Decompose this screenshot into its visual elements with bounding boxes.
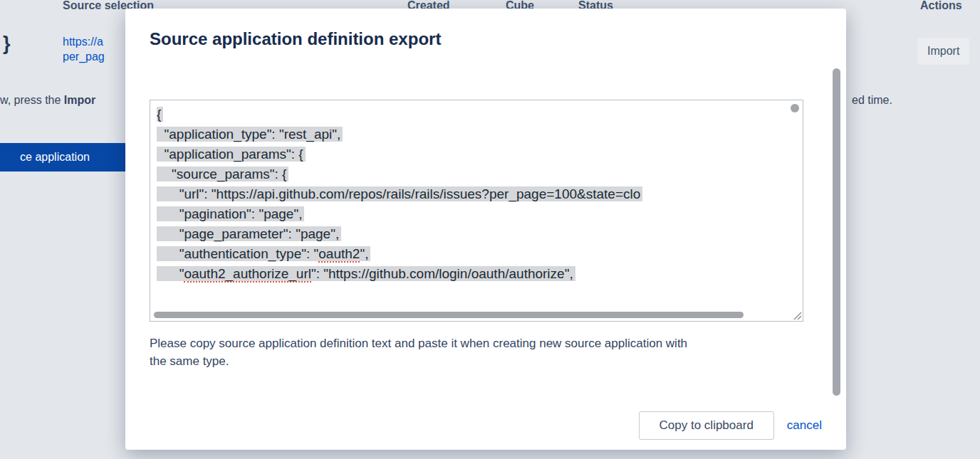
hint-text-right: ed time. [852, 94, 892, 107]
hint-text-left-bold: Impor [64, 94, 95, 106]
modal-footer: Copy to clipboard cancel [639, 411, 822, 440]
source-url-line2: per_pag [63, 49, 105, 64]
import-button[interactable]: Import [917, 38, 969, 65]
column-header-actions: Actions [920, 0, 962, 11]
copy-to-clipboard-button[interactable]: Copy to clipboard [639, 411, 774, 440]
hint-text-left: w, press the Impor [0, 94, 95, 107]
textarea-vertical-scrollbar[interactable] [791, 104, 799, 112]
textarea-horizontal-scrollbar[interactable] [154, 312, 744, 318]
hint-text-left-normal: w, press the [0, 94, 64, 106]
modal-help-text: Please copy source application definitio… [150, 334, 705, 370]
definition-textarea[interactable]: { "application_type": "rest_api", "appli… [150, 100, 803, 322]
resize-handle-icon[interactable] [793, 311, 802, 320]
source-url-line1: https://a [63, 34, 105, 49]
modal-scrollbar[interactable] [833, 68, 840, 396]
json-type-icon: } [3, 33, 11, 55]
create-source-application-button[interactable]: ce application [0, 143, 127, 172]
source-export-modal: Source application definition export { "… [125, 9, 846, 450]
definition-json-text: { "application_type": "rest_api", "appli… [157, 105, 787, 310]
source-url-link[interactable]: https://a per_pag [63, 34, 105, 64]
modal-title: Source application definition export [150, 28, 441, 50]
cancel-link[interactable]: cancel [787, 418, 822, 433]
